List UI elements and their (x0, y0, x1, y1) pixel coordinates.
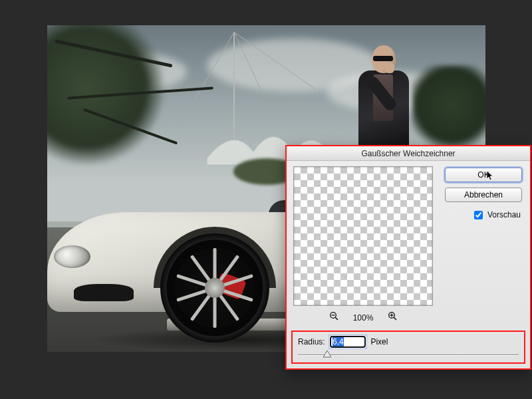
zoom-in-icon[interactable] (388, 311, 397, 323)
zoom-out-icon[interactable] (329, 311, 338, 323)
cancel-button[interactable]: Abbrechen (445, 188, 522, 202)
svg-line-1 (335, 317, 338, 320)
gaussian-blur-dialog: Gaußscher Weichzeichner 100% OK Abbreche… (285, 145, 531, 370)
radius-slider[interactable] (298, 353, 519, 357)
ok-button[interactable]: OK (445, 168, 522, 182)
radius-label: Radius: (298, 337, 325, 346)
slider-thumb-icon[interactable] (323, 350, 331, 358)
ok-button-label: OK (477, 170, 489, 180)
radius-group: Radius: Pixel (291, 331, 525, 364)
preview-checkbox-label: Vorschau (487, 210, 521, 219)
svg-line-4 (394, 317, 396, 320)
radius-unit-label: Pixel (370, 337, 388, 346)
preview-checkbox-row[interactable]: Vorschau (474, 210, 521, 219)
radius-input[interactable] (330, 336, 366, 348)
preview-checkbox[interactable] (474, 211, 483, 219)
cancel-button-label: Abbrechen (464, 190, 503, 200)
dialog-title: Gaußscher Weichzeichner (287, 146, 530, 161)
blur-preview[interactable] (293, 166, 433, 306)
zoom-level-label: 100% (353, 313, 374, 323)
